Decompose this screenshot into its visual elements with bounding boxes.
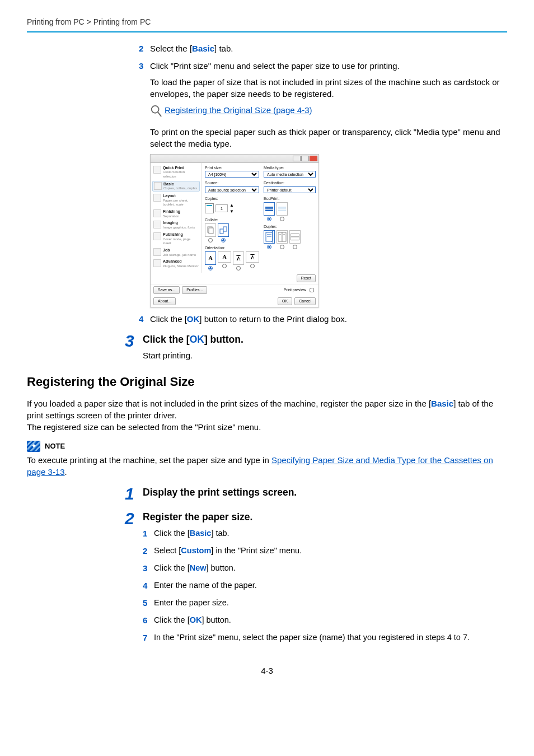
close-icon[interactable] bbox=[310, 156, 317, 161]
sb-finishing-title: Finishing bbox=[163, 209, 180, 213]
collate-label: Collate: bbox=[205, 217, 259, 223]
step3-para2: To print on the special paper such as th… bbox=[150, 126, 503, 150]
orient-portrait-icon[interactable]: A bbox=[205, 251, 216, 265]
step4-before: Click the [ bbox=[150, 314, 187, 324]
print-settings-dialog: Quick PrintCustom button selection Basic… bbox=[150, 154, 319, 307]
step2-text-after: ] tab. bbox=[214, 44, 233, 53]
saveas-button[interactable]: Save as... bbox=[153, 286, 180, 294]
eco-off-radio[interactable] bbox=[267, 217, 271, 221]
section-heading: Registering the Original Size bbox=[27, 374, 507, 391]
layout-icon bbox=[153, 194, 161, 202]
svg-line-1 bbox=[158, 112, 161, 116]
reference-icon bbox=[150, 104, 165, 122]
reg-step1-num: 1 bbox=[143, 528, 154, 539]
registering-size-link[interactable]: Registering the Original Size (page 4-3) bbox=[165, 104, 312, 116]
svg-rect-13 bbox=[291, 234, 299, 237]
sb-imaging-title: Imaging bbox=[163, 221, 178, 225]
reg-step3-em: New bbox=[190, 563, 207, 572]
sb-quickprint-title: Quick Print bbox=[163, 166, 184, 170]
duplex-long-icon[interactable] bbox=[277, 230, 288, 244]
print-preview-check[interactable]: Print preview bbox=[284, 286, 316, 294]
orient-rot-portrait-radio[interactable] bbox=[236, 266, 241, 270]
duplex-short-radio[interactable] bbox=[293, 245, 297, 249]
printsize-select[interactable]: A4 [100%] bbox=[205, 171, 259, 178]
ok-button[interactable]: OK bbox=[278, 297, 292, 305]
reset-button[interactable]: Reset bbox=[297, 274, 316, 282]
svg-rect-10 bbox=[282, 232, 286, 241]
orient-portrait-radio[interactable] bbox=[208, 266, 213, 270]
sb-basic-title: Basic bbox=[163, 182, 174, 186]
copies-input[interactable] bbox=[216, 204, 228, 212]
orient-rot-landscape-radio[interactable] bbox=[250, 264, 255, 268]
duplex-label: Duplex: bbox=[264, 224, 316, 230]
svg-rect-6 bbox=[266, 232, 273, 241]
note-icon bbox=[27, 441, 40, 452]
orient-rot-portrait-icon[interactable]: V bbox=[233, 251, 244, 265]
section-p1-before: If you loaded a paper size that is not i… bbox=[27, 399, 431, 408]
orient-landscape-radio[interactable] bbox=[222, 264, 227, 268]
printsize-label: Print size: bbox=[205, 165, 259, 171]
sidebar-item-job[interactable]: JobJob storage, job name bbox=[152, 248, 200, 257]
bigstep3-text: Start printing. bbox=[143, 349, 507, 361]
duplex-long-radio[interactable] bbox=[280, 245, 284, 249]
collate-on-radio[interactable] bbox=[221, 238, 226, 242]
reg-step3-after: ] button. bbox=[207, 563, 236, 572]
minimize-icon[interactable] bbox=[293, 156, 301, 161]
svg-rect-14 bbox=[291, 237, 299, 240]
duplex-short-icon[interactable] bbox=[289, 230, 301, 244]
note-before: To execute printing at the machine, set … bbox=[27, 455, 271, 465]
sidebar-item-layout[interactable]: LayoutPages per sheet, booklet, scale bbox=[152, 193, 200, 207]
reg-step2-before: Select [ bbox=[154, 546, 181, 555]
bigstep3-num: 3 bbox=[125, 333, 143, 349]
about-button[interactable]: About... bbox=[153, 297, 176, 305]
source-select[interactable]: Auto source selection bbox=[205, 186, 259, 193]
job-icon bbox=[153, 248, 161, 256]
reg-step7-text: In the "Print size" menu, select the pap… bbox=[154, 632, 507, 643]
dialog-sidebar: Quick PrintCustom button selection Basic… bbox=[151, 163, 202, 273]
sidebar-item-publishing[interactable]: PublishingCover mode, page insert bbox=[152, 232, 200, 246]
collate-off-radio[interactable] bbox=[208, 238, 213, 242]
breadcrumb-sep: > bbox=[85, 17, 93, 26]
sb-job-sub: Job storage, job name bbox=[163, 253, 196, 256]
reg-step6-after: ] button. bbox=[202, 615, 231, 624]
sb-layout-sub: Pages per sheet, booklet, scale bbox=[163, 199, 188, 207]
sidebar-item-imaging[interactable]: ImagingImage graphics, fonts bbox=[152, 220, 200, 230]
eco-on-radio[interactable] bbox=[280, 217, 284, 221]
bigstep1-num: 1 bbox=[125, 486, 143, 502]
sidebar-item-quickprint[interactable]: Quick PrintCustom button selection bbox=[152, 165, 200, 179]
reg-step6-before: Click the [ bbox=[154, 615, 190, 624]
reg-step1-em: Basic bbox=[190, 529, 212, 538]
section-p1-basic: Basic bbox=[431, 399, 453, 408]
sidebar-item-finishing[interactable]: FinishingSeparation bbox=[152, 209, 200, 218]
orient-rot-landscape-icon[interactable]: V bbox=[246, 251, 259, 263]
step3-para1: To load the paper of size that is not in… bbox=[150, 76, 503, 100]
sidebar-item-basic[interactable]: BasicCopies, collate, duplex bbox=[152, 181, 200, 192]
orient-landscape-icon[interactable]: A bbox=[218, 251, 231, 263]
eco-on-icon[interactable] bbox=[277, 202, 288, 216]
collate-on-icon[interactable] bbox=[218, 223, 229, 237]
reg-step2-after: ] in the "Print size" menu. bbox=[211, 546, 302, 555]
cancel-button[interactable]: Cancel bbox=[294, 297, 316, 305]
reg-step4-text: Enter the name of the paper. bbox=[154, 580, 507, 591]
mediatype-select[interactable]: Auto media selection bbox=[264, 171, 316, 178]
duplex-off-icon[interactable] bbox=[264, 230, 275, 244]
step3-text: Click "Print size" menu and select the p… bbox=[150, 61, 400, 71]
copies-label: Copies: bbox=[205, 196, 259, 202]
breadcrumb: Printing from PC > Printing from PC bbox=[27, 17, 507, 28]
sidebar-item-advanced[interactable]: AdvancedPlug-ins, Status Monitor bbox=[152, 259, 200, 268]
step2-text-before: Select the [ bbox=[150, 44, 192, 53]
eco-off-icon[interactable] bbox=[264, 202, 275, 216]
destination-select[interactable]: Printer default bbox=[264, 186, 316, 193]
note-label: NOTE bbox=[45, 441, 65, 451]
step4-after: ] button to return to the Print dialog b… bbox=[199, 314, 347, 324]
basic-icon bbox=[154, 182, 162, 190]
step2-basic: Basic bbox=[192, 44, 214, 53]
reg-step4-num: 4 bbox=[143, 580, 154, 591]
collate-off-icon[interactable] bbox=[205, 223, 216, 237]
duplex-off-radio[interactable] bbox=[267, 245, 271, 249]
spinner-icon[interactable]: ▲▼ bbox=[229, 202, 234, 214]
maximize-icon[interactable] bbox=[301, 156, 309, 161]
bigstep2-title: Register the paper size. bbox=[143, 510, 507, 524]
profiles-button[interactable]: Profiles... bbox=[182, 286, 207, 294]
sb-finishing-sub: Separation bbox=[163, 214, 179, 218]
